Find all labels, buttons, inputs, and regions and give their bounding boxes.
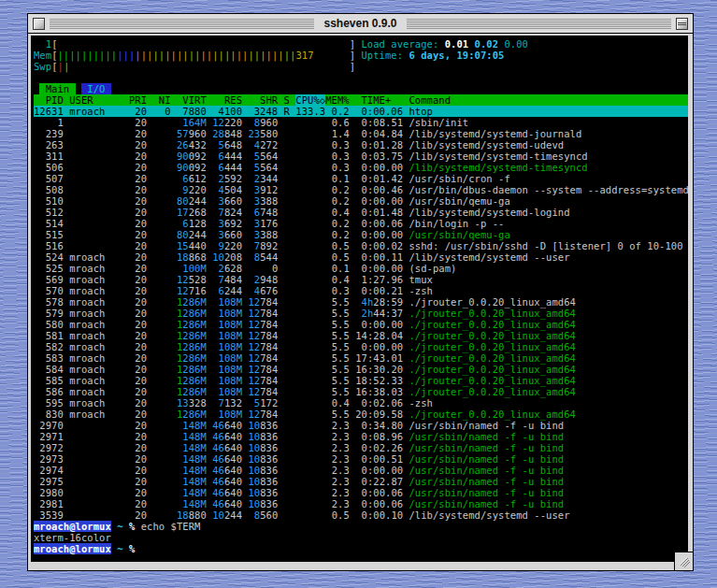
- terminal-frame: 1[ ] Load average: 0.01 0.02 0.00Mem[|||…: [28, 34, 693, 570]
- process-row[interactable]: 1 20 164M 12220 8960 0.6 0:08.51 /sbin/i…: [34, 117, 688, 128]
- process-row[interactable]: 2970 20 148M 46640 10836 2.3 0:34.80 /us…: [34, 420, 688, 431]
- process-row[interactable]: 579 mroach 20 1286M 108M 12784 5.5 2h44:…: [34, 308, 688, 319]
- process-row[interactable]: 595 mroach 20 13328 7132 5172 0.4 0:02.0…: [34, 397, 688, 409]
- blank-line: [34, 72, 688, 83]
- process-row[interactable]: 2973 20 148M 46640 10836 2.3 0:00.51 /us…: [34, 453, 688, 465]
- process-row[interactable]: 570 mroach 20 12716 6244 4676 0.3 0:00.2…: [34, 285, 688, 296]
- shell-output-line: xterm-16color: [34, 532, 688, 543]
- shell-prompt-user: mroach@lormux: [34, 521, 111, 532]
- title-stripes-left: [50, 19, 314, 29]
- process-row[interactable]: 584 mroach 20 1286M 108M 12784 5.5 16:30…: [34, 364, 688, 375]
- process-row[interactable]: 311 20 90092 6444 5564 0.3 0:03.75 /lib/…: [34, 151, 688, 162]
- process-row[interactable]: 506 20 90092 6444 5564 0.3 0:00.00 /lib/…: [34, 162, 688, 173]
- load-average: Load average: 0.01 0.02 0.00: [361, 38, 527, 50]
- process-row[interactable]: 514 20 6128 3692 3176 0.2 0:00.06 /bin/l…: [34, 218, 688, 229]
- process-row[interactable]: 583 mroach 20 1286M 108M 12784 5.5 17:43…: [34, 352, 688, 364]
- tab-io[interactable]: I/O: [81, 83, 111, 94]
- process-row[interactable]: 2981 20 148M 46640 10836 2.3 0:00.06 /us…: [34, 498, 688, 509]
- window-title: ssheven 0.9.0: [319, 17, 401, 30]
- process-row[interactable]: 586 mroach 20 1286M 108M 12784 5.5 16:38…: [34, 386, 688, 397]
- shell-prompt-user: mroach@lormux: [34, 543, 111, 554]
- process-row[interactable]: 3539 20 18880 10244 8560 0.5 0:00.10 /li…: [34, 509, 688, 521]
- process-row[interactable]: 2980 20 148M 46640 10836 2.3 0:00.06 /us…: [34, 487, 688, 498]
- title-bar[interactable]: ssheven 0.9.0: [28, 14, 693, 34]
- process-row[interactable]: 830 mroach 20 1286M 108M 12784 5.5 20:09…: [34, 409, 688, 420]
- grow-box[interactable]: [674, 552, 693, 570]
- mem-meter-row: Mem[||||||||||||||||||||||||||||||||||||…: [34, 50, 688, 61]
- process-row[interactable]: 2974 20 148M 46640 10836 2.3 0:00.00 /us…: [34, 465, 688, 476]
- process-row[interactable]: 515 20 80244 3660 3388 0.2 0:00.00 /usr/…: [34, 229, 688, 240]
- table-header-row[interactable]: PID USER PRI NI VIRT RES SHR S CPU%◇MEM%…: [34, 94, 688, 106]
- process-row[interactable]: 582 mroach 20 1286M 108M 12784 5.5 0:00.…: [34, 341, 688, 352]
- tabs-row: Main I/O: [34, 83, 688, 94]
- process-row[interactable]: 569 mroach 20 12528 7484 2948 0.4 1:27.9…: [34, 274, 688, 285]
- title-stripes-right: [407, 19, 671, 29]
- close-button[interactable]: [33, 18, 45, 30]
- swp-meter-row: Swp[|| ]: [34, 61, 688, 72]
- process-row[interactable]: 2975 20 148M 46640 10836 2.3 0:22.87 /us…: [34, 476, 688, 487]
- shell-prompt-line[interactable]: mroach@lormux ~ % echo $TERM: [34, 521, 688, 532]
- cpu-meter-row: 1[ ] Load average: 0.01 0.02 0.00: [34, 38, 688, 50]
- shell-prompt-line[interactable]: mroach@lormux ~ %: [34, 543, 688, 554]
- sort-column-cpu[interactable]: CPU%◇: [295, 94, 325, 106]
- process-row-selected[interactable]: 12631 mroach 20 0 7880 4100 3248 R 133.3…: [34, 106, 688, 117]
- process-row[interactable]: 512 20 17268 7824 6748 0.4 0:01.48 /lib/…: [34, 207, 688, 218]
- process-row[interactable]: 239 20 57960 28848 23580 1.4 0:04.84 /li…: [34, 128, 688, 139]
- process-row[interactable]: 578 mroach 20 1286M 108M 12784 5.5 4h28:…: [34, 296, 688, 308]
- process-row[interactable]: 525 mroach 20 100M 2628 0 0.1 0:00.00 (s…: [34, 263, 688, 274]
- app-window: ssheven 0.9.0 1[ ] Load average: 0.01 0.…: [27, 13, 694, 571]
- process-row[interactable]: 585 mroach 20 1286M 108M 12784 5.5 18:52…: [34, 375, 688, 386]
- process-row[interactable]: 581 mroach 20 1286M 108M 12784 5.5 14:28…: [34, 330, 688, 341]
- collapse-button[interactable]: [676, 18, 688, 30]
- process-row[interactable]: 516 20 15440 9220 7892 0.5 0:00.02 sshd:…: [34, 240, 688, 251]
- process-row[interactable]: 2972 20 148M 46640 10836 2.3 0:02.26 /us…: [34, 442, 688, 453]
- desktop: ssheven 0.9.0 1[ ] Load average: 0.01 0.…: [0, 0, 717, 588]
- terminal[interactable]: 1[ ] Load average: 0.01 0.02 0.00Mem[|||…: [31, 36, 688, 562]
- tab-main[interactable]: Main: [39, 83, 75, 94]
- process-row[interactable]: 510 20 80244 3660 3388 0.2 0:00.00 /usr/…: [34, 195, 688, 207]
- uptime: Uptime: 6 days, 19:07:05: [362, 50, 505, 61]
- process-row[interactable]: 508 20 9220 4504 3912 0.2 0:00.46 /usr/b…: [34, 184, 688, 195]
- collapse-icon: [678, 22, 686, 23]
- process-row[interactable]: 2971 20 148M 46640 10836 2.3 0:08.96 /us…: [34, 431, 688, 442]
- process-row[interactable]: 580 mroach 20 1286M 108M 12784 5.5 0:00.…: [34, 319, 688, 330]
- process-row[interactable]: 507 20 6612 2592 2344 0.1 0:01.42 /usr/s…: [34, 173, 688, 184]
- resize-icon: [679, 556, 690, 567]
- process-row[interactable]: 524 mroach 20 18868 10208 8544 0.5 0:00.…: [34, 251, 688, 263]
- process-row[interactable]: 263 20 26432 5648 4272 0.3 0:01.28 /lib/…: [34, 139, 688, 151]
